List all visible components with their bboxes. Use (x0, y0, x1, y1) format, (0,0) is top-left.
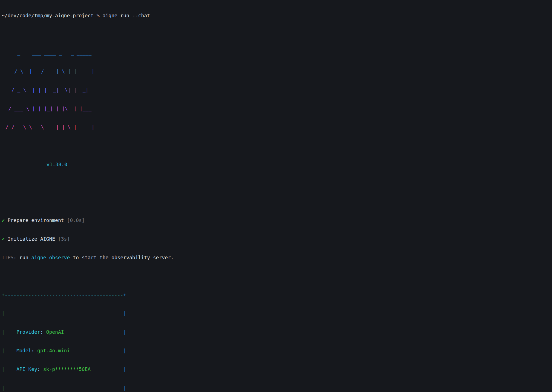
info-box-border-top: +---------------------------------------… (2, 290, 552, 299)
step-prepare-environment: ✔ Prepare environment [0.0s] (2, 216, 552, 225)
terminal-screen: ~/dev/code/tmp/my-aigne-project % aigne … (0, 0, 552, 392)
ascii-logo-row-4: / ___ \ | | |_| | |\ | |___ (2, 104, 552, 113)
tips-command: aigne observe (31, 255, 70, 260)
ascii-logo-row-2: / \ |_ _/ ___| \ | | ____| (2, 67, 552, 76)
step-duration: [0.0s] (67, 217, 85, 223)
info-box-empty-row: | | (2, 383, 552, 392)
command-line: ~/dev/code/tmp/my-aigne-project % aigne … (2, 11, 552, 20)
api-key-value: sk-p********50EA (43, 366, 91, 372)
ascii-logo-row-5: /_/ \_\___\____|_| \_|_____| (2, 123, 552, 132)
version-label: v1.38.0 (2, 160, 552, 169)
step-duration: [3s] (58, 236, 70, 242)
check-icon: ✔ (2, 217, 5, 223)
info-box-model-row: | Model: gpt-4o-mini | (2, 346, 552, 355)
info-box-provider-row: | Provider: OpenAI | (2, 327, 552, 337)
api-key-label: API Key (16, 366, 37, 372)
check-icon: ✔ (2, 236, 5, 242)
step-label: Initialize AIGNE (8, 236, 55, 242)
step-label: Prepare environment (8, 217, 64, 223)
step-initialize-aigne: ✔ Initialize AIGNE [3s] (2, 234, 552, 244)
ascii-logo-row-1: _ ___ ____ _ _ _____ (2, 48, 552, 57)
ascii-logo-row-3: / _ \ | | | _| \| | _| (2, 85, 552, 95)
info-box-api-key-row: | API Key: sk-p********50EA | (2, 365, 552, 374)
command-text: ~/dev/code/tmp/my-aigne-project % aigne … (2, 13, 150, 18)
model-label: Model (16, 348, 31, 353)
provider-label: Provider (16, 329, 40, 335)
info-box-empty-row: | | (2, 309, 552, 318)
version-text: v1.38.0 (47, 162, 67, 167)
provider-value: OpenAI (46, 329, 64, 335)
tips-line: TIPS: run aigne observe to start the obs… (2, 253, 552, 262)
model-value: gpt-4o-mini (37, 348, 70, 353)
tips-prefix: TIPS: (2, 255, 16, 260)
